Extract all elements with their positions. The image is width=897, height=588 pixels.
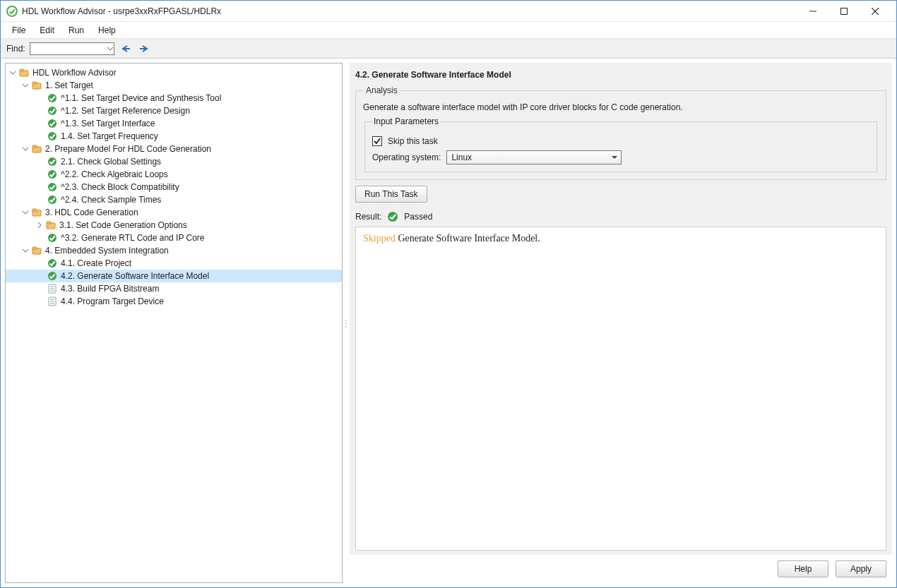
- pass-icon: [47, 258, 58, 269]
- svg-rect-24: [47, 222, 51, 224]
- tree-item-1-4[interactable]: 1.4. Set Target Frequency: [6, 130, 342, 143]
- body: HDL Workflow Advisor 1. Set Target ^1.1.: [1, 59, 896, 587]
- find-prev-button[interactable]: [119, 42, 133, 55]
- tree-label: 4.4. Program Target Device: [59, 296, 164, 306]
- splitter[interactable]: ⋮: [343, 59, 350, 587]
- input-parameters-panel: Input Parameters Skip this task Operatin…: [364, 116, 877, 172]
- folder-icon: [31, 80, 42, 91]
- tree-item-4-4[interactable]: 4.4. Program Target Device: [6, 295, 342, 308]
- svg-point-11: [48, 94, 57, 102]
- tree-item-4-3[interactable]: 4.3. Build FPGA Bitstream: [6, 282, 342, 295]
- analysis-description: Generate a software interface model with…: [363, 102, 879, 112]
- pass-icon: [387, 211, 398, 222]
- chevron-down-icon: [611, 154, 618, 161]
- svg-rect-2: [841, 8, 848, 14]
- output-box: Skipped Generate Software Interface Mode…: [355, 227, 886, 551]
- help-button[interactable]: Help: [778, 560, 828, 577]
- tree-item-2-2[interactable]: ^2.2. Check Algebraic Loops: [6, 168, 342, 181]
- tree-label: 1. Set Target: [44, 80, 93, 90]
- tree-label: ^2.3. Check Block Compatibility: [59, 182, 179, 192]
- apply-button[interactable]: Apply: [836, 560, 886, 577]
- tree-group-4[interactable]: 4. Embedded System Integration: [6, 244, 342, 257]
- pass-icon: [47, 270, 58, 282]
- pass-icon: [47, 232, 58, 244]
- pass-icon: [47, 156, 58, 167]
- window-title: HDL Workflow Advisor - usrpe3xxRxFPGASL/…: [22, 6, 221, 16]
- svg-point-25: [48, 234, 57, 242]
- svg-rect-8: [20, 69, 24, 71]
- folder-icon: [31, 143, 42, 155]
- tree-item-1-1[interactable]: ^1.1. Set Target Device and Synthesis To…: [6, 92, 342, 104]
- tree-item-2-4[interactable]: ^2.4. Check Sample Times: [6, 193, 342, 206]
- tree-pane[interactable]: HDL Workflow Advisor 1. Set Target ^1.1.: [5, 63, 343, 583]
- footer-buttons: Help Apply: [350, 555, 892, 583]
- maximize-button[interactable]: [828, 1, 860, 22]
- tree-label: HDL Workflow Advisor: [31, 68, 117, 78]
- detail-heading: 4.2. Generate Software Interface Model: [355, 67, 886, 83]
- pass-icon: [47, 92, 58, 104]
- operating-system-select[interactable]: Linux: [446, 150, 622, 164]
- tree-item-1-3[interactable]: ^1.3. Set Target Interface: [6, 117, 342, 130]
- svg-rect-10: [32, 82, 37, 84]
- app-icon: [6, 6, 18, 17]
- expand-toggle[interactable]: [7, 69, 18, 76]
- tree-label: ^1.2. Set Target Reference Design: [59, 106, 190, 116]
- pass-icon: [47, 169, 58, 180]
- tree-item-4-2[interactable]: 4.2. Generate Software Interface Model: [6, 270, 342, 282]
- result-status: Passed: [404, 212, 432, 222]
- svg-point-13: [48, 119, 57, 128]
- tree-item-1-2[interactable]: ^1.2. Set Target Reference Design: [6, 104, 342, 117]
- tree-label: 4. Embedded System Integration: [44, 246, 169, 256]
- operating-system-value: Linux: [451, 152, 472, 162]
- tree-label: 4.3. Build FPGA Bitstream: [59, 284, 159, 294]
- input-parameters-legend: Input Parameters: [372, 116, 440, 126]
- result-label: Result:: [355, 212, 381, 222]
- find-next-button[interactable]: [137, 42, 151, 55]
- skip-task-checkbox[interactable]: [372, 136, 382, 146]
- expand-toggle[interactable]: [34, 222, 45, 229]
- tree-label: ^1.3. Set Target Interface: [59, 119, 155, 128]
- tree-group-3[interactable]: 3. HDL Code Generation: [6, 206, 342, 219]
- analysis-legend: Analysis: [363, 85, 400, 95]
- expand-toggle[interactable]: [20, 247, 31, 254]
- run-task-button[interactable]: Run This Task: [355, 186, 427, 203]
- tree-label: 1.4. Set Target Frequency: [59, 131, 158, 141]
- tree-root[interactable]: HDL Workflow Advisor: [6, 66, 342, 79]
- folder-icon: [31, 245, 42, 256]
- expand-toggle[interactable]: [20, 209, 31, 216]
- expand-toggle[interactable]: [20, 145, 31, 152]
- tree-item-2-1[interactable]: 2.1. Check Global Settings: [6, 155, 342, 168]
- svg-rect-22: [32, 209, 37, 211]
- tree-group-2[interactable]: 2. Prepare Model For HDL Code Generation: [6, 143, 342, 155]
- tree-group-1[interactable]: 1. Set Target: [6, 79, 342, 92]
- output-skipped-word: Skipped: [363, 233, 396, 244]
- pass-icon: [47, 194, 58, 205]
- minimize-button[interactable]: [797, 1, 828, 22]
- svg-rect-16: [32, 145, 37, 148]
- tree-label: 2. Prepare Model For HDL Code Generation: [44, 144, 211, 154]
- svg-point-17: [48, 157, 57, 166]
- find-input[interactable]: [30, 42, 114, 55]
- tree-label: 2.1. Check Global Settings: [59, 157, 161, 167]
- tree-item-2-3[interactable]: ^2.3. Check Block Compatibility: [6, 181, 342, 193]
- expand-toggle[interactable]: [20, 82, 31, 89]
- titlebar: HDL Workflow Advisor - usrpe3xxRxFPGASL/…: [1, 1, 896, 22]
- tree-label: ^2.2. Check Algebraic Loops: [59, 169, 168, 179]
- tree-item-3-1[interactable]: 3.1. Set Code Generation Options: [6, 219, 342, 232]
- close-button[interactable]: [860, 1, 891, 22]
- skip-task-label: Skip this task: [388, 136, 438, 146]
- menu-edit[interactable]: Edit: [34, 24, 60, 37]
- pass-icon: [47, 181, 58, 193]
- menu-help[interactable]: Help: [93, 24, 121, 37]
- tree-item-3-2[interactable]: ^3.2. Generate RTL Code and IP Core: [6, 232, 342, 244]
- svg-point-14: [48, 132, 57, 140]
- svg-point-0: [7, 6, 17, 16]
- findbar: Find:: [1, 39, 896, 59]
- menu-run[interactable]: Run: [63, 24, 90, 37]
- svg-point-20: [48, 196, 57, 204]
- menu-file[interactable]: File: [6, 24, 31, 37]
- find-label: Find:: [6, 44, 25, 54]
- output-message: Generate Software Interface Model.: [396, 233, 540, 244]
- tree-item-4-1[interactable]: 4.1. Create Project: [6, 257, 342, 270]
- tree-label: 4.2. Generate Software Interface Model: [59, 271, 209, 281]
